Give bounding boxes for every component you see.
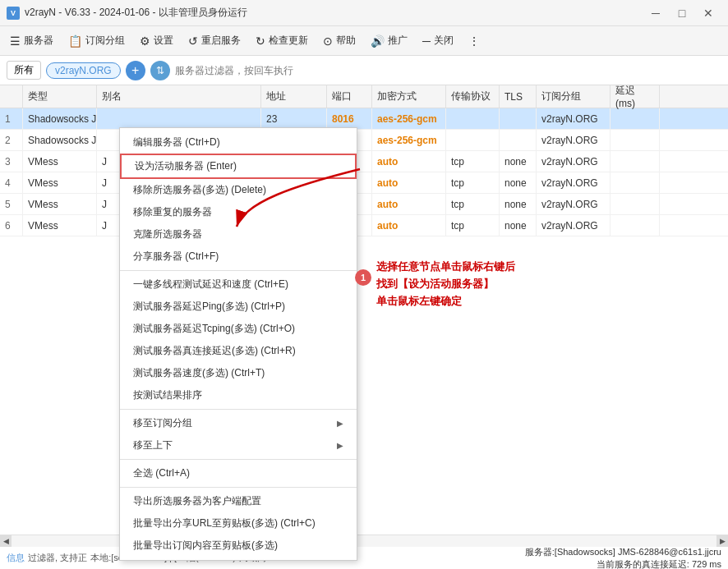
table-row[interactable]: 3 VMess J 8016 auto tcp none v2rayN.ORG [0, 151, 728, 172]
ctx-clone[interactable]: 克隆所选服务器 [120, 223, 357, 245]
menu-more[interactable]: ⋮ [462, 31, 486, 51]
menu-promote[interactable]: 🔊 推广 [364, 30, 414, 51]
settings-icon: ⚙ [140, 34, 150, 48]
table-row[interactable]: 2 Shadowsocks J 145 8016 aes-256-gcm v2r… [0, 130, 728, 151]
ctx-test-all-label: 一键多线程测试延迟和速度 (Ctrl+E) [133, 278, 288, 291]
sort-button[interactable]: ⇅ [150, 61, 170, 80]
table-header: 类型 别名 地址 端口 加密方式 传输协议 TLS 订阅分组 延迟(ms) [0, 85, 728, 108]
ctx-clone-label: 克隆所选服务器 [133, 227, 202, 241]
row-sub: v2rayN.ORG [537, 194, 611, 214]
scroll-left[interactable]: ◀ [0, 535, 12, 547]
row-delay [611, 151, 660, 172]
row-tls [500, 108, 537, 129]
status-bar: 信息 过滤器, 支持正 本地:[socks:10808] | [H 陷(Whit… [0, 546, 728, 569]
ctx-export-sub[interactable]: 批量导出订阅内容至剪贴板(多选) [120, 535, 357, 557]
row-enc: auto [372, 151, 446, 172]
title-text: v2rayN - V6.33 - 2024-01-06 - 以非管理员身份运行 [25, 6, 247, 20]
ctx-test-speed[interactable]: 测试服务器速度(多选) (Ctrl+T) [120, 362, 357, 384]
row-addr: 23 [261, 108, 327, 129]
ctx-export-url-label: 批量导出分享URL至剪贴板(多选) (Ctrl+C) [133, 516, 316, 530]
menu-server[interactable]: ☰ 服务器 [3, 30, 60, 51]
th-addr: 地址 [261, 85, 327, 108]
ctx-edit-label: 编辑服务器 (Ctrl+D) [133, 135, 220, 149]
tag-all[interactable]: 所有 [7, 61, 41, 80]
ctx-sep-1 [120, 270, 357, 271]
main-content: 类型 别名 地址 端口 加密方式 传输协议 TLS 订阅分组 延迟(ms) 1 … [0, 85, 728, 546]
minimize-button[interactable]: ─ [643, 0, 669, 26]
row-proto [446, 130, 500, 150]
th-port: 端口 [327, 85, 372, 108]
server-icon: ☰ [10, 34, 21, 48]
table-row[interactable]: 5 VMess J 3 8016 auto tcp none v2rayN.OR… [0, 194, 728, 215]
close-dash-icon: ─ [422, 34, 431, 48]
ctx-export-client[interactable]: 导出所选服务器为客户端配置 [120, 490, 357, 512]
row-tls: none [500, 194, 537, 214]
ctx-edit-server[interactable]: 编辑服务器 (Ctrl+D) [120, 131, 357, 154]
ctx-export-url[interactable]: 批量导出分享URL至剪贴板(多选) (Ctrl+C) [120, 512, 357, 535]
ctx-move-sub[interactable]: 移至订阅分组 ▶ [120, 412, 357, 434]
menu-check-update[interactable]: ↻ 检查更新 [249, 30, 315, 51]
close-button[interactable]: ✕ [695, 0, 721, 26]
ctx-sort-result[interactable]: 按测试结果排序 [120, 384, 357, 406]
add-server-button[interactable]: + [126, 61, 145, 80]
row-num: 1 [0, 108, 23, 129]
ctx-test-all[interactable]: 一键多线程测试延迟和速度 (Ctrl+E) [120, 273, 357, 296]
row-enc: aes-256-gcm [372, 130, 446, 150]
menu-close[interactable]: ─ 关闭 [416, 30, 460, 51]
filter-input[interactable] [175, 65, 721, 76]
menu-close-label: 关闭 [434, 34, 454, 48]
menu-subscription[interactable]: 📋 订阅分组 [62, 30, 131, 51]
table-row[interactable]: 4 VMess J 23 8016 auto tcp none v2rayN.O… [0, 172, 728, 194]
horizontal-scrollbar[interactable]: ◀ ▶ [0, 535, 728, 546]
row-delay [611, 130, 660, 150]
ctx-share[interactable]: 分享服务器 (Ctrl+F) [120, 245, 357, 268]
status-right: 服务器:[Shadowsocks] JMS-628846@c61s1.jjcru… [525, 546, 721, 570]
ctx-remove-label: 移除所选服务器(多选) (Delete) [133, 183, 266, 197]
ctx-test-ping[interactable]: 测试服务器延迟Ping(多选) (Ctrl+P) [120, 296, 357, 318]
ctx-share-label: 分享服务器 (Ctrl+F) [133, 250, 219, 264]
annotation-number: 1 [355, 269, 371, 286]
ctx-move-updown-label: 移至上下 [133, 438, 173, 452]
table-row[interactable]: 1 Shadowsocks J 23 8016 aes-256-gcm v2ra… [0, 108, 728, 130]
th-tls: TLS [500, 85, 537, 108]
ctx-test-real-label: 测试服务器真连接延迟(多选) (Ctrl+R) [133, 344, 296, 358]
row-tls: none [500, 151, 537, 172]
menu-subscription-label: 订阅分组 [85, 34, 125, 48]
ctx-test-tcping-label: 测试服务器延迟Tcping(多选) (Ctrl+O) [133, 322, 295, 336]
th-sub: 订阅分组 [537, 85, 611, 108]
status-filter: 过滤器, 支持正 [28, 552, 87, 564]
row-proto [446, 108, 500, 129]
ctx-remove-dup[interactable]: 移除重复的服务器 [120, 201, 357, 223]
ctx-move-sub-label: 移至订阅分组 [133, 416, 192, 430]
row-num: 3 [0, 151, 23, 172]
tag-v2ray[interactable]: v2rayN.ORG [46, 62, 121, 79]
maximize-button[interactable]: □ [669, 0, 695, 26]
restart-icon: ↺ [188, 34, 198, 48]
ctx-set-active[interactable]: 设为活动服务器 (Enter) [120, 154, 357, 179]
row-enc: auto [372, 215, 446, 236]
annotation-line1: 选择任意节点单击鼠标右键后 [376, 259, 515, 276]
table-row[interactable]: 6 VMess J 9 8016 auto tcp none v2rayN.OR… [0, 215, 728, 236]
row-type: Shadowsocks J [23, 108, 97, 129]
menu-update-label: 检查更新 [269, 34, 308, 48]
ctx-move-updown[interactable]: 移至上下 ▶ [120, 434, 357, 457]
scroll-track[interactable] [12, 535, 716, 547]
scroll-right[interactable]: ▶ [716, 535, 728, 547]
ctx-remove-selected[interactable]: 移除所选服务器(多选) (Delete) [120, 179, 357, 201]
row-tls: none [500, 172, 537, 193]
ctx-export-sub-label: 批量导出订阅内容至剪贴板(多选) [133, 539, 278, 553]
ctx-select-all[interactable]: 全选 (Ctrl+A) [120, 462, 357, 484]
menu-promote-label: 推广 [388, 34, 408, 48]
row-tls [500, 130, 537, 150]
menu-restart[interactable]: ↺ 重启服务 [182, 30, 247, 51]
menu-help[interactable]: ⊙ 帮助 [316, 30, 362, 51]
annotation-text: 选择任意节点单击鼠标右键后 找到【设为活动服务器】 单击鼠标左键确定 [376, 259, 515, 310]
ctx-test-real[interactable]: 测试服务器真连接延迟(多选) (Ctrl+R) [120, 340, 357, 362]
status-info-label[interactable]: 信息 [7, 552, 25, 564]
row-enc: aes-256-gcm [372, 108, 446, 129]
row-sub: v2rayN.ORG [537, 215, 611, 236]
th-type: 类型 [23, 85, 97, 108]
ctx-test-tcping[interactable]: 测试服务器延迟Tcping(多选) (Ctrl+O) [120, 318, 357, 340]
row-num: 4 [0, 172, 23, 193]
menu-settings[interactable]: ⚙ 设置 [133, 30, 180, 51]
